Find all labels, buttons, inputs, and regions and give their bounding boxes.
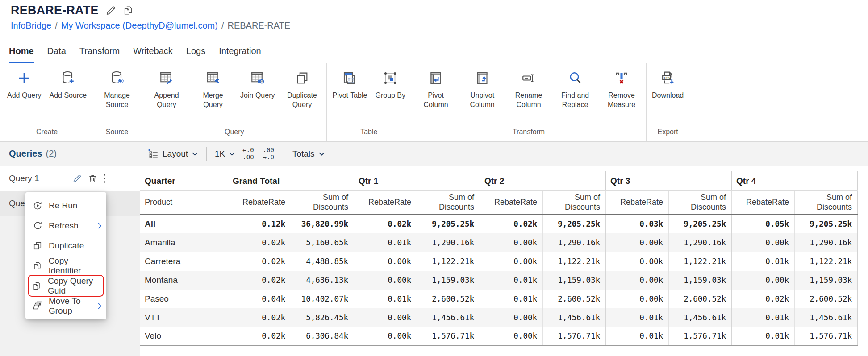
measure-header: RebateRate bbox=[732, 191, 795, 215]
join-query-icon bbox=[250, 69, 266, 87]
breadcrumb-workspace[interactable]: My Workspace (DeepthyD@lumel.com) bbox=[61, 21, 218, 31]
table-cell: 4,488.85k bbox=[291, 252, 354, 271]
chevron-down-icon bbox=[318, 152, 325, 156]
move-to-group-icon bbox=[32, 301, 43, 311]
table-cell: 0.00k bbox=[354, 327, 417, 346]
edit-query-icon[interactable] bbox=[72, 174, 82, 184]
column-group-header: Qtr 2 bbox=[480, 171, 606, 191]
breadcrumb-infobridge[interactable]: InfoBridge bbox=[11, 21, 51, 31]
tab-logs[interactable]: Logs bbox=[186, 39, 205, 63]
tab-data[interactable]: Data bbox=[47, 39, 66, 63]
measure-header: Sum of Discounts bbox=[795, 191, 858, 215]
table-cell: 0.00k bbox=[480, 327, 543, 346]
table-cell: 1,456.61k bbox=[543, 308, 606, 327]
table-row: Carretera0.02k4,488.85k0.00k1,122.21k0.0… bbox=[140, 252, 858, 271]
table-cell: 0.04k bbox=[228, 290, 291, 308]
row-header-cell: All bbox=[140, 215, 228, 233]
menu-item-copy-query-guid[interactable]: Copy Query Guid bbox=[25, 276, 106, 296]
table-cell: 1,159.03k bbox=[669, 271, 732, 290]
remove-measure-button[interactable]: Remove Measure bbox=[602, 69, 641, 110]
layout-label: Layout bbox=[163, 149, 188, 159]
table-cell: 0.02k bbox=[354, 215, 417, 233]
table-cell: 1,456.61k bbox=[417, 308, 480, 327]
ribbon-group-query: Append Query Merge Query Join Query Dupl… bbox=[142, 63, 327, 141]
table-cell: 1,290.16k bbox=[417, 233, 480, 252]
totals-label: Totals bbox=[292, 149, 315, 159]
query-kebab-menu-icon[interactable] bbox=[103, 174, 106, 183]
ribbon-group-label: Table bbox=[332, 124, 405, 139]
table-cell: 0.03k bbox=[606, 215, 669, 233]
row-header-cell: Amarilla bbox=[140, 233, 228, 252]
pivot-table-body: All0.12k36,820.99k0.02k9,205.25k0.02k9,2… bbox=[140, 215, 858, 346]
row-header-label: Product bbox=[140, 191, 228, 215]
table-cell: 0.02k bbox=[228, 327, 291, 346]
totals-dropdown[interactable]: Totals bbox=[292, 149, 325, 159]
ribbon-group-table: Pivot Table Group By Table bbox=[327, 63, 411, 141]
pivot-column-button[interactable]: Pivot Column bbox=[417, 69, 455, 110]
menu-item-move-to-group[interactable]: Move To Group bbox=[25, 296, 106, 316]
table-row: All0.12k36,820.99k0.02k9,205.25k0.02k9,2… bbox=[140, 215, 858, 233]
append-query-button[interactable]: Append Query bbox=[147, 69, 186, 110]
add-query-button[interactable]: Add Query bbox=[7, 69, 41, 100]
submenu-chevron-icon bbox=[97, 222, 102, 229]
content-area: Query 1 Query QuarterGrand TotalQtr 1Qtr… bbox=[0, 166, 868, 356]
thousands-dropdown[interactable]: 1K bbox=[215, 149, 235, 159]
table-cell: 1,576.71k bbox=[543, 327, 606, 346]
copy-title-icon[interactable] bbox=[123, 5, 134, 16]
group-by-button[interactable]: Group By bbox=[375, 69, 405, 100]
menu-item-copy-identifier[interactable]: Copy Identifier bbox=[25, 256, 106, 276]
rename-column-button[interactable]: Rename Column bbox=[509, 69, 548, 110]
table-cell: 1,456.61k bbox=[669, 308, 732, 327]
duplicate-query-button[interactable]: Duplicate Query bbox=[283, 69, 321, 110]
measure-header: RebateRate bbox=[606, 191, 669, 215]
table-cell: 0.00k bbox=[354, 308, 417, 327]
manage-source-icon bbox=[109, 69, 125, 87]
table-cell: 1,159.03k bbox=[417, 271, 480, 290]
tab-transform[interactable]: Transform bbox=[79, 39, 120, 63]
table-cell: 0.01k bbox=[480, 290, 543, 308]
menu-item-refresh[interactable]: Refresh bbox=[25, 215, 106, 236]
table-cell: 0.00k bbox=[732, 233, 795, 252]
increase-decimal-button[interactable]: .00 →.0 bbox=[261, 147, 276, 161]
queries-count: (2) bbox=[46, 149, 56, 158]
measure-header: Sum of Discounts bbox=[417, 191, 480, 215]
find-replace-button[interactable]: Find and Replace bbox=[556, 69, 594, 110]
decrease-decimal-button[interactable]: ←.0 .00 bbox=[241, 147, 255, 161]
edit-title-icon[interactable] bbox=[105, 5, 117, 17]
svg-text:CSV: CSV bbox=[664, 76, 671, 80]
table-cell: 1,122.21k bbox=[795, 252, 858, 271]
tab-writeback[interactable]: Writeback bbox=[133, 39, 173, 63]
table-cell: 0.00k bbox=[354, 252, 417, 271]
query-item-label: Query 1 bbox=[9, 174, 39, 183]
rerun-icon bbox=[32, 200, 43, 211]
table-cell: 9,205.25k bbox=[795, 215, 858, 233]
grid-toolbar: Layout 1K ←.0 .00 .00 →.0 Totals bbox=[147, 147, 325, 161]
queries-title: Queries bbox=[9, 149, 42, 158]
layout-dropdown[interactable]: Layout bbox=[147, 148, 198, 160]
join-query-button[interactable]: Join Query bbox=[240, 69, 275, 100]
pivot-table-button[interactable]: Pivot Table bbox=[332, 69, 367, 100]
table-row: VTT0.02k5,826.45k0.00k1,456.61k0.00k1,45… bbox=[140, 308, 858, 327]
tab-home[interactable]: Home bbox=[9, 39, 34, 63]
rename-column-icon bbox=[521, 69, 537, 87]
table-cell: 0.01k bbox=[732, 252, 795, 271]
manage-source-button[interactable]: Manage Source bbox=[98, 69, 136, 110]
ribbon-group-transform: Pivot Column Unpivot Column Rename Colum… bbox=[411, 63, 647, 141]
table-cell: 9,205.25k bbox=[417, 215, 480, 233]
measure-header: RebateRate bbox=[480, 191, 543, 215]
tab-integration[interactable]: Integration bbox=[219, 39, 261, 63]
unpivot-column-button[interactable]: Unpivot Column bbox=[463, 69, 501, 110]
table-cell: 0.02k bbox=[732, 290, 795, 308]
menu-item-duplicate[interactable]: Duplicate bbox=[25, 236, 106, 256]
menu-item-rerun[interactable]: Re Run bbox=[25, 195, 106, 215]
table-cell: 1,290.16k bbox=[669, 233, 732, 252]
query-list-item-1[interactable]: Query 1 bbox=[0, 166, 140, 191]
merge-query-button[interactable]: Merge Query bbox=[194, 69, 232, 110]
download-button[interactable]: CSV Download bbox=[652, 69, 684, 100]
page-title: REBARE-RATE bbox=[11, 4, 99, 17]
menu-item-label: Refresh bbox=[49, 221, 79, 231]
table-cell: 0.00k bbox=[606, 290, 669, 308]
table-cell: 0.00k bbox=[480, 308, 543, 327]
delete-query-icon[interactable] bbox=[88, 174, 98, 184]
add-source-button[interactable]: Add Source bbox=[49, 69, 87, 100]
